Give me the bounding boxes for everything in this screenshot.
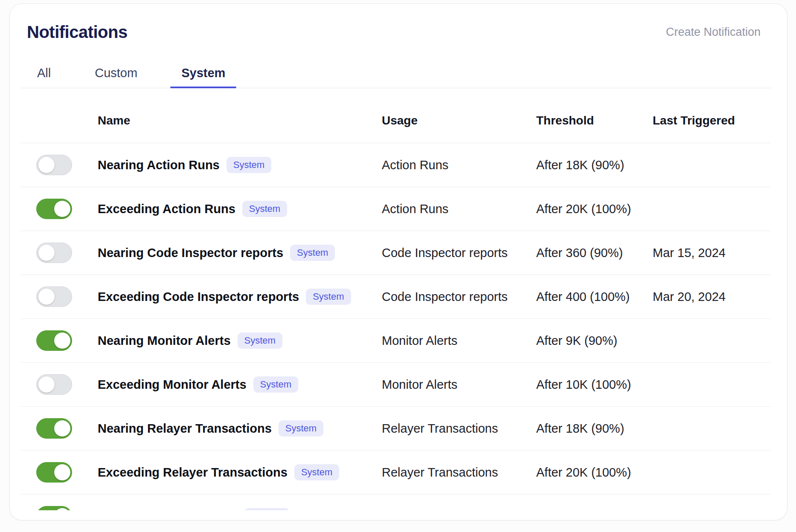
usage-value: Code Inspector reports	[382, 246, 536, 260]
system-badge: System	[244, 508, 289, 510]
notification-name: Nearing Monitor Alerts	[98, 334, 231, 348]
table-row: Nearing Relayer Transactions System Rela…	[21, 407, 771, 451]
usage-value: Relayer Transactions	[382, 466, 536, 480]
tab-all[interactable]: All	[26, 64, 62, 88]
system-badge: System	[238, 332, 282, 349]
threshold-value: After 400 (100%)	[536, 290, 653, 304]
system-badge: System	[290, 245, 335, 261]
toggle-knob-icon	[38, 157, 55, 173]
notification-name: Nearing Relayer Transactions	[98, 422, 272, 436]
system-badge: System	[279, 420, 323, 437]
toggle-cell	[21, 374, 98, 395]
name-cell: Exceeding Action Runs System	[98, 201, 382, 217]
threshold-value: After 20K (100%)	[536, 466, 653, 480]
toggle-cell	[21, 462, 98, 483]
threshold-value: After 9K (90%)	[536, 334, 653, 348]
table-row: Nearing Action Runs System Action Runs A…	[21, 143, 771, 187]
name-cell: System	[98, 508, 382, 510]
name-cell: Nearing Code Inspector reports System	[98, 245, 382, 261]
notification-name: Exceeding Action Runs	[98, 202, 235, 216]
notification-toggle[interactable]	[36, 243, 72, 263]
usage-value: Monitor Alerts	[382, 378, 536, 392]
table-row: Nearing Code Inspector reports System Co…	[21, 231, 771, 275]
system-badge: System	[242, 201, 287, 217]
column-header-name: Name	[98, 114, 382, 127]
tab-bar: AllCustomSystem	[21, 64, 771, 88]
table-body: Nearing Action Runs System Action Runs A…	[21, 143, 771, 510]
toggle-knob-icon	[38, 376, 55, 393]
usage-value: Relayer Transactions	[382, 422, 536, 436]
create-notification-button[interactable]: Create Notification	[666, 26, 761, 39]
usage-value: Code Inspector reports	[382, 290, 536, 304]
table-row: Exceeding Relayer Transactions System Re…	[21, 451, 771, 494]
threshold-value: After 18K (90%)	[536, 158, 653, 172]
toggle-knob-icon	[38, 245, 55, 261]
toggle-knob-icon	[54, 201, 70, 217]
table-row: System	[21, 494, 771, 510]
notifications-card: Notifications Create Notification AllCus…	[9, 3, 787, 520]
usage-value: Monitor Alerts	[382, 334, 536, 348]
name-cell: Nearing Monitor Alerts System	[98, 332, 382, 349]
toggle-cell	[21, 243, 98, 263]
toggle-knob-icon	[54, 332, 70, 349]
card-header: Notifications Create Notification	[10, 4, 787, 42]
system-badge: System	[253, 376, 298, 393]
toggle-cell	[21, 418, 98, 439]
last-triggered-value: Mar 20, 2024	[653, 290, 771, 304]
table-row: Exceeding Code Inspector reports System …	[21, 275, 771, 319]
name-cell: Nearing Action Runs System	[98, 157, 382, 173]
toggle-cell	[21, 286, 98, 307]
toggle-knob-icon	[54, 508, 70, 510]
tab-system[interactable]: System	[170, 64, 236, 88]
system-badge: System	[306, 289, 351, 305]
system-badge: System	[294, 464, 339, 480]
toggle-knob-icon	[54, 420, 70, 437]
notification-name: Exceeding Relayer Transactions	[98, 466, 288, 480]
notification-toggle[interactable]	[36, 418, 72, 439]
notification-name: Exceeding Monitor Alerts	[98, 378, 247, 392]
table-row: Nearing Monitor Alerts System Monitor Al…	[21, 319, 771, 363]
threshold-value: After 10K (100%)	[536, 378, 653, 392]
notifications-table: NameUsageThresholdLast Triggered Nearing…	[21, 88, 771, 510]
notification-toggle[interactable]	[36, 286, 72, 307]
last-triggered-value: Mar 15, 2024	[653, 246, 771, 260]
notification-name: Nearing Action Runs	[98, 158, 220, 172]
notification-toggle[interactable]	[36, 330, 72, 351]
system-badge: System	[227, 157, 271, 173]
notification-toggle[interactable]	[36, 374, 72, 395]
notification-name: Exceeding Code Inspector reports	[98, 290, 299, 304]
table-row: Exceeding Action Runs System Action Runs…	[21, 187, 771, 231]
name-cell: Exceeding Code Inspector reports System	[98, 289, 382, 305]
toggle-cell	[21, 506, 98, 510]
column-header-usage: Usage	[382, 114, 536, 127]
toggle-cell	[21, 330, 98, 351]
notification-toggle[interactable]	[36, 155, 72, 175]
notification-toggle[interactable]	[36, 462, 72, 483]
column-header-last-triggered: Last Triggered	[653, 114, 771, 127]
name-cell: Exceeding Monitor Alerts System	[98, 376, 382, 393]
notification-name: Nearing Code Inspector reports	[98, 246, 283, 260]
table-row: Exceeding Monitor Alerts System Monitor …	[21, 363, 771, 407]
notification-toggle[interactable]	[36, 199, 72, 219]
notification-toggle[interactable]	[36, 506, 72, 510]
page-title: Notifications	[27, 22, 128, 42]
usage-value: Action Runs	[382, 202, 536, 216]
column-header-threshold: Threshold	[536, 114, 653, 127]
name-cell: Exceeding Relayer Transactions System	[98, 464, 382, 480]
usage-value: Action Runs	[382, 158, 536, 172]
toggle-cell	[21, 155, 98, 175]
toggle-knob-icon	[38, 289, 55, 305]
threshold-value: After 360 (90%)	[536, 246, 653, 260]
toggle-cell	[21, 199, 98, 219]
threshold-value: After 18K (90%)	[536, 422, 653, 436]
name-cell: Nearing Relayer Transactions System	[98, 420, 382, 437]
table-header-row: NameUsageThresholdLast Triggered	[21, 88, 771, 143]
tab-custom[interactable]: Custom	[84, 64, 148, 88]
threshold-value: After 20K (100%)	[536, 202, 653, 216]
toggle-knob-icon	[54, 464, 70, 480]
